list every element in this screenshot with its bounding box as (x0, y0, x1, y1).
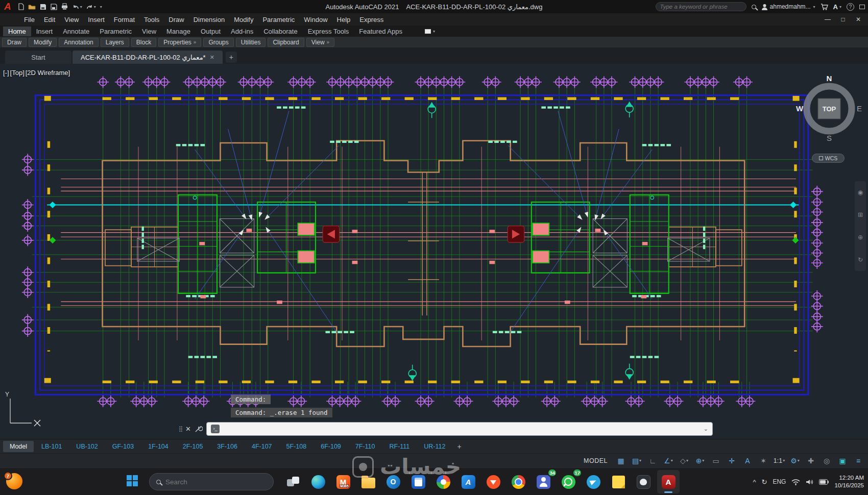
autocad-taskbar-button[interactable] (657, 470, 680, 493)
layout-tab-ur-112[interactable]: UR-112 (417, 441, 452, 452)
redo-caret-icon[interactable]: ▾ (94, 5, 96, 9)
status-annotation-scale-button[interactable]: 1:1▾ (771, 455, 787, 467)
panel-groups[interactable]: Groups (203, 38, 233, 47)
teams-button[interactable]: 34 (532, 470, 554, 493)
view-cube-east[interactable]: E (857, 104, 862, 113)
minimize-button[interactable]: — (821, 16, 834, 23)
ribbon-tab-express-tools[interactable]: Express Tools (303, 27, 354, 36)
status-annotation-autoscale-button[interactable]: ✶ (756, 455, 771, 467)
model-space-toggle[interactable]: MODEL (578, 457, 613, 464)
new-file-icon[interactable] (17, 3, 25, 10)
layout-tab-5f-108[interactable]: 5F-108 (280, 441, 314, 452)
status-annotation-visibility-button[interactable]: A (740, 455, 755, 467)
view-cube[interactable]: TOP N W E S (794, 73, 864, 144)
menu-help[interactable]: Help (332, 16, 355, 23)
menu-view[interactable]: View (60, 16, 83, 23)
panel-view[interactable]: View» (306, 38, 334, 47)
menu-parametric[interactable]: Parametric (258, 16, 299, 23)
status-object-snap-button[interactable]: ⊕▾ (692, 455, 708, 467)
viewport-menu-control[interactable]: [-] (3, 69, 9, 77)
full-navigation-wheel-icon[interactable]: ◉ (858, 189, 863, 196)
ribbon-tab-home[interactable]: Home (3, 27, 31, 36)
tray-sync-icon[interactable]: ↻ (762, 478, 767, 486)
command-history-caret-icon[interactable]: ⌄ (704, 426, 708, 432)
panel-properties[interactable]: Properties» (158, 38, 201, 47)
open-file-icon[interactable] (28, 3, 36, 10)
menu-tools[interactable]: Tools (139, 16, 164, 23)
layout-tab-6f-109[interactable]: 6F-109 (314, 441, 348, 452)
layout-tab-gf-103[interactable]: GF-103 (106, 441, 140, 452)
telegram-button[interactable] (582, 470, 605, 493)
file-tab-start[interactable]: Start (5, 51, 71, 64)
status-isolate-objects-button[interactable]: ◎ (819, 455, 834, 467)
status-polar-tracking-button[interactable]: ∠▾ (661, 455, 676, 467)
menu-edit[interactable]: Edit (39, 16, 60, 23)
edge-browser-button[interactable] (307, 470, 329, 493)
panel-clipboard[interactable]: Clipboard (268, 38, 304, 47)
status-workspace-switching-button[interactable]: ⚙▾ (787, 455, 803, 467)
save-as-icon[interactable] (50, 3, 57, 10)
ribbon-tab-output[interactable]: Output (196, 27, 226, 36)
layout-tab-ub-102[interactable]: UB-102 (69, 441, 104, 452)
status-grid-display-button[interactable]: ▦ (613, 455, 629, 467)
menu-insert[interactable]: Insert (83, 16, 109, 23)
new-drawing-tab-button[interactable]: + (226, 52, 237, 63)
github-desktop-button[interactable] (632, 470, 655, 493)
azure-portal-button[interactable] (457, 470, 479, 493)
layout-tab-rf-111[interactable]: RF-111 (382, 441, 416, 452)
status-clean-screen-button[interactable]: ▣ (835, 455, 850, 467)
window-restore-icon[interactable] (859, 5, 865, 9)
wifi-icon[interactable] (791, 479, 800, 485)
start-button[interactable] (127, 475, 138, 486)
language-indicator[interactable]: ENG (773, 478, 786, 485)
photos-app-button[interactable] (432, 470, 454, 493)
help-icon[interactable]: ? (847, 3, 854, 11)
view-cube-top[interactable]: TOP (823, 105, 836, 113)
viewport-view-control[interactable]: [Top] (10, 69, 25, 77)
battery-icon[interactable] (819, 479, 829, 485)
menu-window[interactable]: Window (299, 16, 332, 23)
command-grip-icon[interactable]: ⣿ (179, 426, 182, 432)
panel-annotation[interactable]: Annotation (59, 38, 98, 47)
panel-block[interactable]: Block (131, 38, 156, 47)
panel-utilities[interactable]: Utilities (236, 38, 266, 47)
wcs-control[interactable]: WCS (812, 154, 845, 163)
menu-draw[interactable]: Draw (164, 16, 188, 23)
layout-tab-4f-107[interactable]: 4F-107 (245, 441, 279, 452)
ribbon-tab-view[interactable]: View (137, 27, 161, 36)
layout-tab-7f-110[interactable]: 7F-110 (349, 441, 382, 452)
widgets-button[interactable]: 7 (6, 473, 22, 489)
menu-file[interactable]: File (19, 16, 39, 23)
command-prompt-icon[interactable]: ›_ (211, 425, 220, 433)
status-snap-mode-button[interactable]: ▤▾ (629, 455, 644, 467)
taskbar-search[interactable] (149, 473, 274, 490)
viewport-visual-style-control[interactable]: [2D Wireframe] (26, 69, 70, 77)
qat-customize-icon[interactable]: ▾ (100, 5, 102, 9)
autocad-logo-icon[interactable]: A (3, 1, 14, 12)
ribbon-tab-parametric[interactable]: Parametric (94, 27, 137, 36)
chrome-browser-button[interactable] (507, 470, 529, 493)
tray-expand-icon[interactable]: ^ (753, 478, 756, 486)
view-cube-west[interactable]: W (796, 104, 804, 113)
restore-button[interactable]: □ (836, 16, 850, 23)
status-customize-button[interactable]: ≡ (851, 455, 866, 467)
help-search-input[interactable] (656, 2, 746, 11)
outlook-button[interactable] (382, 470, 404, 493)
layout-tab-3f-106[interactable]: 3F-106 (210, 441, 244, 452)
orbit-icon[interactable]: ↻ (858, 256, 863, 263)
calendar-app-button[interactable] (407, 470, 429, 493)
panel-draw[interactable]: Draw (2, 38, 27, 47)
command-input-field[interactable]: ›_ ⌄ (206, 422, 713, 436)
zoom-icon[interactable]: ⊕ (858, 234, 863, 241)
file-tab-document[interactable]: ACE-KAR-B11-DD-AR-PL-100-02 معماري* ✕ (73, 51, 223, 64)
whatsapp-button[interactable]: 17 (557, 470, 580, 493)
microsoft-365-button[interactable]: M365 (332, 470, 354, 493)
file-explorer-button[interactable] (357, 470, 379, 493)
menu-format[interactable]: Format (109, 16, 139, 23)
undo-button[interactable]: ▾ (72, 4, 82, 10)
layout-tab-1f-104[interactable]: 1F-104 (141, 441, 175, 452)
new-layout-button[interactable]: + (453, 442, 465, 451)
ribbon-tab-collaborate[interactable]: Collaborate (258, 27, 303, 36)
menu-dimension[interactable]: Dimension (189, 16, 229, 23)
redo-button[interactable]: ▾ (86, 4, 96, 10)
